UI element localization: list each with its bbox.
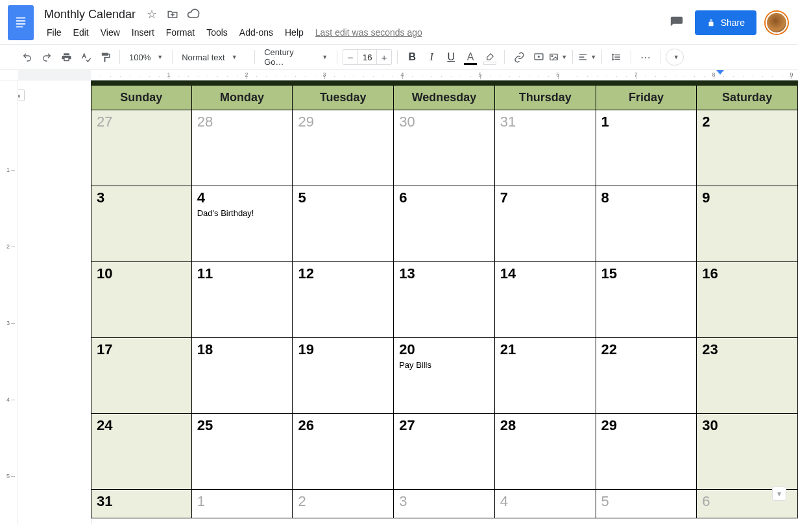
- outline-toggle-icon[interactable]: ◂: [18, 90, 25, 101]
- bold-button[interactable]: B: [403, 48, 421, 66]
- menu-edit[interactable]: Edit: [68, 25, 94, 40]
- insert-image-button[interactable]: ▼: [549, 48, 567, 66]
- calendar-cell[interactable]: 30: [697, 414, 798, 490]
- align-button[interactable]: ▼: [578, 48, 596, 66]
- document-title[interactable]: Monthly Calendar: [42, 6, 138, 23]
- day-number: 10: [97, 266, 186, 282]
- underline-button[interactable]: U: [442, 48, 460, 66]
- calendar-cell[interactable]: 4Dad's Birthday!: [192, 186, 293, 262]
- calendar-cell[interactable]: 23: [697, 338, 798, 414]
- italic-button[interactable]: I: [422, 48, 441, 66]
- calendar-cell[interactable]: 22: [596, 338, 697, 414]
- calendar-cell[interactable]: 2: [293, 490, 394, 518]
- move-folder-icon[interactable]: [165, 7, 180, 21]
- day-number: 8: [601, 190, 692, 206]
- horizontal-ruler[interactable]: 123456789: [0, 70, 798, 80]
- day-number: 21: [500, 342, 590, 357]
- insert-link-button[interactable]: [510, 48, 528, 66]
- calendar-cell[interactable]: 27: [394, 414, 495, 490]
- calendar-cell[interactable]: 31: [91, 490, 192, 518]
- day-number: 7: [500, 190, 590, 206]
- menu-addons[interactable]: Add-ons: [234, 25, 278, 40]
- line-spacing-button[interactable]: [607, 48, 625, 66]
- day-number: 5: [298, 190, 388, 206]
- calendar-cell[interactable]: 12: [293, 262, 394, 338]
- calendar-cell[interactable]: 31: [495, 110, 596, 186]
- calendar-cell[interactable]: 30: [394, 110, 495, 186]
- increase-font-button[interactable]: +: [377, 52, 391, 63]
- calendar-cell[interactable]: 2: [697, 110, 798, 186]
- calendar-cell[interactable]: 15: [596, 262, 697, 338]
- docs-logo-icon[interactable]: [8, 5, 34, 40]
- calendar-cell[interactable]: 24: [91, 414, 192, 490]
- share-button[interactable]: Share: [695, 10, 756, 35]
- calendar-grid[interactable]: 27282930311234Dad's Birthday!56789101112…: [91, 110, 798, 518]
- menu-help[interactable]: Help: [280, 25, 309, 40]
- highlight-color-button[interactable]: [481, 48, 499, 66]
- calendar-cell[interactable]: 4: [495, 490, 596, 518]
- explore-button[interactable]: ▾: [772, 487, 786, 501]
- calendar-cell[interactable]: 26: [293, 414, 394, 490]
- redo-icon[interactable]: [38, 48, 56, 66]
- print-icon[interactable]: [57, 48, 75, 66]
- calendar-cell[interactable]: 7: [495, 186, 596, 262]
- calendar-cell[interactable]: 29: [596, 414, 697, 490]
- editing-mode-button[interactable]: ▼: [666, 49, 684, 66]
- calendar-cell[interactable]: 28: [192, 110, 293, 186]
- menu-format[interactable]: Format: [161, 25, 200, 40]
- document-canvas[interactable]: ◂ SundayMondayTuesdayWednesdayThursdayFr…: [18, 80, 798, 524]
- calendar-cell[interactable]: 8: [596, 186, 697, 262]
- calendar-cell[interactable]: 17: [91, 338, 192, 414]
- day-number: 1: [601, 114, 692, 130]
- calendar-cell[interactable]: 5: [596, 490, 697, 518]
- vertical-ruler[interactable]: 123456: [0, 80, 18, 524]
- calendar-cell[interactable]: 18: [192, 338, 293, 414]
- font-size-value[interactable]: 16: [357, 50, 377, 64]
- paragraph-style-select[interactable]: Normal text▼: [178, 48, 249, 66]
- calendar-cell[interactable]: 19: [293, 338, 394, 414]
- calendar-event[interactable]: Dad's Birthday!: [197, 208, 287, 218]
- undo-icon[interactable]: [18, 48, 36, 66]
- account-avatar[interactable]: [766, 12, 788, 34]
- calendar-cell[interactable]: 9: [697, 186, 798, 262]
- calendar-cell[interactable]: 28: [495, 414, 596, 490]
- insert-comment-button[interactable]: [529, 48, 548, 66]
- calendar-cell[interactable]: 5: [293, 186, 394, 262]
- text-color-button[interactable]: A: [461, 48, 479, 66]
- decrease-font-button[interactable]: −: [343, 52, 357, 63]
- paint-format-icon[interactable]: [96, 48, 114, 66]
- calendar-cell[interactable]: 11: [192, 262, 293, 338]
- calendar-table[interactable]: SundayMondayTuesdayWednesdayThursdayFrid…: [91, 80, 798, 518]
- calendar-cell[interactable]: 16: [697, 262, 798, 338]
- day-header: Saturday: [697, 86, 798, 110]
- calendar-event[interactable]: Pay Bills: [399, 360, 489, 370]
- star-icon[interactable]: ☆: [145, 7, 159, 21]
- calendar-cell[interactable]: 10: [91, 262, 192, 338]
- calendar-cell[interactable]: 13: [394, 262, 495, 338]
- menu-file[interactable]: File: [42, 25, 67, 40]
- comments-icon[interactable]: [668, 14, 686, 32]
- calendar-cell[interactable]: 29: [293, 110, 394, 186]
- caret-down-icon: ▼: [322, 54, 328, 60]
- menu-view[interactable]: View: [95, 25, 125, 40]
- calendar-cell[interactable]: 27: [91, 110, 192, 186]
- calendar-cell[interactable]: 3: [91, 186, 192, 262]
- calendar-cell[interactable]: 1: [192, 490, 293, 518]
- calendar-cell[interactable]: 25: [192, 414, 293, 490]
- titlebar: Monthly Calendar ☆ File Edit View Insert…: [0, 0, 798, 42]
- last-edit-link[interactable]: Last edit was seconds ago: [315, 27, 422, 38]
- cloud-status-icon[interactable]: [186, 7, 200, 21]
- calendar-cell[interactable]: 6: [394, 186, 495, 262]
- calendar-cell[interactable]: 3: [394, 490, 495, 518]
- zoom-select[interactable]: 100%▼: [125, 48, 167, 66]
- calendar-cell[interactable]: 14: [495, 262, 596, 338]
- toolbar: 100%▼ Normal text▼ Century Go…▼ − 16 + B…: [0, 44, 798, 70]
- spellcheck-icon[interactable]: [77, 48, 95, 66]
- calendar-cell[interactable]: 20Pay Bills: [394, 338, 495, 414]
- calendar-cell[interactable]: 1: [596, 110, 697, 186]
- font-family-select[interactable]: Century Go…▼: [260, 48, 332, 66]
- menu-tools[interactable]: Tools: [201, 25, 233, 40]
- calendar-cell[interactable]: 21: [495, 338, 596, 414]
- more-button[interactable]: ⋯: [636, 48, 655, 66]
- menu-insert[interactable]: Insert: [127, 25, 160, 40]
